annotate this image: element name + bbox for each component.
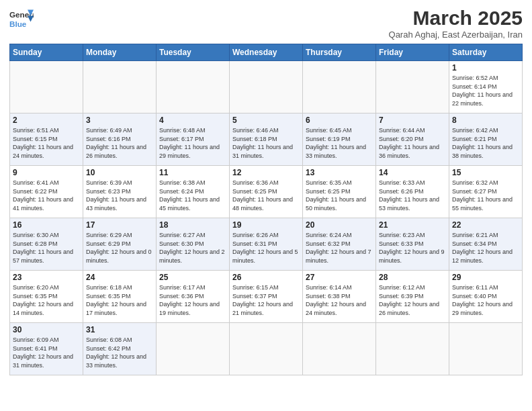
header-tuesday: Tuesday: [157, 44, 230, 61]
day-info: Sunrise: 6:33 AM Sunset: 6:26 PM Dayligh…: [379, 179, 446, 212]
calendar-cell: 3Sunrise: 6:49 AM Sunset: 6:16 PM Daylig…: [83, 113, 157, 166]
calendar-cell: [303, 323, 376, 375]
calendar-cell: 23Sunrise: 6:20 AM Sunset: 6:35 PM Dayli…: [10, 271, 83, 323]
calendar-cell: 19Sunrise: 6:26 AM Sunset: 6:31 PM Dayli…: [230, 218, 303, 271]
day-info: Sunrise: 6:27 AM Sunset: 6:30 PM Dayligh…: [159, 231, 226, 265]
logo: General Blue: [9, 7, 34, 31]
logo-icon: General Blue: [9, 7, 34, 31]
day-number: 3: [86, 116, 153, 125]
day-number: 24: [86, 273, 153, 282]
day-number: 31: [86, 325, 153, 334]
calendar-cell: [157, 61, 230, 113]
header-friday: Friday: [376, 44, 449, 61]
day-number: 22: [452, 220, 519, 230]
calendar-cell: 12Sunrise: 6:36 AM Sunset: 6:25 PM Dayli…: [230, 166, 303, 218]
calendar-cell: 25Sunrise: 6:17 AM Sunset: 6:36 PM Dayli…: [157, 271, 230, 323]
day-info: Sunrise: 6:20 AM Sunset: 6:35 PM Dayligh…: [13, 283, 80, 317]
calendar-cell: 26Sunrise: 6:15 AM Sunset: 6:37 PM Dayli…: [230, 271, 303, 323]
day-info: Sunrise: 6:44 AM Sunset: 6:20 PM Dayligh…: [379, 126, 446, 160]
day-info: Sunrise: 6:08 AM Sunset: 6:42 PM Dayligh…: [86, 336, 153, 369]
day-number: 26: [232, 273, 300, 282]
day-info: Sunrise: 6:24 AM Sunset: 6:32 PM Dayligh…: [306, 231, 373, 265]
calendar-week-row: 9Sunrise: 6:41 AM Sunset: 6:22 PM Daylig…: [10, 166, 523, 218]
calendar-cell: 14Sunrise: 6:33 AM Sunset: 6:26 PM Dayli…: [376, 166, 449, 218]
day-number: 11: [159, 168, 226, 177]
calendar: Sunday Monday Tuesday Wednesday Thursday…: [9, 44, 523, 375]
day-info: Sunrise: 6:38 AM Sunset: 6:24 PM Dayligh…: [159, 179, 226, 212]
calendar-cell: 10Sunrise: 6:39 AM Sunset: 6:23 PM Dayli…: [83, 166, 157, 218]
calendar-cell: 21Sunrise: 6:23 AM Sunset: 6:33 PM Dayli…: [376, 218, 449, 271]
calendar-cell: 17Sunrise: 6:29 AM Sunset: 6:29 PM Dayli…: [83, 218, 157, 271]
calendar-cell: 28Sunrise: 6:12 AM Sunset: 6:39 PM Dayli…: [376, 271, 449, 323]
day-info: Sunrise: 6:45 AM Sunset: 6:19 PM Dayligh…: [306, 126, 373, 160]
calendar-cell: 27Sunrise: 6:14 AM Sunset: 6:38 PM Dayli…: [303, 271, 376, 323]
title-section: March 2025 Qarah Aghaj, East Azerbaijan,…: [389, 7, 523, 40]
day-info: Sunrise: 6:17 AM Sunset: 6:36 PM Dayligh…: [159, 283, 226, 317]
calendar-cell: [230, 61, 303, 113]
page: General Blue March 2025 Qarah Aghaj, Eas…: [0, 0, 532, 411]
calendar-cell: [10, 61, 83, 113]
day-number: 20: [306, 220, 373, 230]
day-number: 7: [379, 116, 446, 125]
day-number: 10: [86, 168, 153, 177]
calendar-cell: 1Sunrise: 6:52 AM Sunset: 6:14 PM Daylig…: [449, 61, 523, 113]
day-info: Sunrise: 6:09 AM Sunset: 6:41 PM Dayligh…: [13, 336, 80, 369]
calendar-cell: 11Sunrise: 6:38 AM Sunset: 6:24 PM Dayli…: [157, 166, 230, 218]
calendar-cell: [449, 323, 523, 375]
header-thursday: Thursday: [303, 44, 376, 61]
day-number: 4: [159, 116, 226, 125]
calendar-cell: [303, 61, 376, 113]
calendar-cell: 6Sunrise: 6:45 AM Sunset: 6:19 PM Daylig…: [303, 113, 376, 166]
calendar-week-row: 30Sunrise: 6:09 AM Sunset: 6:41 PM Dayli…: [10, 323, 523, 375]
calendar-cell: 2Sunrise: 6:51 AM Sunset: 6:15 PM Daylig…: [10, 113, 83, 166]
calendar-cell: [157, 323, 230, 375]
day-number: 29: [452, 273, 519, 282]
calendar-week-row: 23Sunrise: 6:20 AM Sunset: 6:35 PM Dayli…: [10, 271, 523, 323]
calendar-cell: 4Sunrise: 6:48 AM Sunset: 6:17 PM Daylig…: [157, 113, 230, 166]
day-info: Sunrise: 6:15 AM Sunset: 6:37 PM Dayligh…: [232, 283, 300, 317]
day-info: Sunrise: 6:11 AM Sunset: 6:40 PM Dayligh…: [452, 283, 519, 317]
day-info: Sunrise: 6:52 AM Sunset: 6:14 PM Dayligh…: [452, 74, 519, 107]
calendar-cell: [83, 61, 157, 113]
calendar-cell: 13Sunrise: 6:35 AM Sunset: 6:25 PM Dayli…: [303, 166, 376, 218]
day-info: Sunrise: 6:41 AM Sunset: 6:22 PM Dayligh…: [13, 179, 80, 212]
calendar-cell: 18Sunrise: 6:27 AM Sunset: 6:30 PM Dayli…: [157, 218, 230, 271]
header-saturday: Saturday: [449, 44, 523, 61]
header-monday: Monday: [83, 44, 157, 61]
calendar-week-row: 2Sunrise: 6:51 AM Sunset: 6:15 PM Daylig…: [10, 113, 523, 166]
day-number: 16: [13, 220, 80, 230]
day-info: Sunrise: 6:30 AM Sunset: 6:28 PM Dayligh…: [13, 231, 80, 265]
day-number: 30: [13, 325, 80, 334]
day-info: Sunrise: 6:21 AM Sunset: 6:34 PM Dayligh…: [452, 231, 519, 265]
day-info: Sunrise: 6:51 AM Sunset: 6:15 PM Dayligh…: [13, 126, 80, 160]
day-info: Sunrise: 6:48 AM Sunset: 6:17 PM Dayligh…: [159, 126, 226, 160]
calendar-cell: [376, 323, 449, 375]
header-sunday: Sunday: [10, 44, 83, 61]
header: General Blue March 2025 Qarah Aghaj, Eas…: [9, 7, 523, 40]
day-number: 21: [379, 220, 446, 230]
calendar-cell: [230, 323, 303, 375]
day-number: 1: [452, 63, 519, 73]
day-info: Sunrise: 6:32 AM Sunset: 6:27 PM Dayligh…: [452, 179, 519, 212]
calendar-cell: 29Sunrise: 6:11 AM Sunset: 6:40 PM Dayli…: [449, 271, 523, 323]
day-info: Sunrise: 6:23 AM Sunset: 6:33 PM Dayligh…: [379, 231, 446, 265]
calendar-cell: 5Sunrise: 6:46 AM Sunset: 6:18 PM Daylig…: [230, 113, 303, 166]
svg-text:Blue: Blue: [9, 19, 27, 28]
day-number: 5: [232, 116, 300, 125]
day-info: Sunrise: 6:39 AM Sunset: 6:23 PM Dayligh…: [86, 179, 153, 212]
day-number: 13: [306, 168, 373, 177]
day-number: 18: [159, 220, 226, 230]
day-number: 6: [306, 116, 373, 125]
calendar-week-row: 16Sunrise: 6:30 AM Sunset: 6:28 PM Dayli…: [10, 218, 523, 271]
day-number: 28: [379, 273, 446, 282]
calendar-cell: [376, 61, 449, 113]
day-number: 12: [232, 168, 300, 177]
day-info: Sunrise: 6:12 AM Sunset: 6:39 PM Dayligh…: [379, 283, 446, 317]
day-number: 14: [379, 168, 446, 177]
day-number: 9: [13, 168, 80, 177]
weekday-header-row: Sunday Monday Tuesday Wednesday Thursday…: [10, 44, 523, 61]
calendar-cell: 15Sunrise: 6:32 AM Sunset: 6:27 PM Dayli…: [449, 166, 523, 218]
calendar-cell: 7Sunrise: 6:44 AM Sunset: 6:20 PM Daylig…: [376, 113, 449, 166]
day-number: 8: [452, 116, 519, 125]
day-info: Sunrise: 6:49 AM Sunset: 6:16 PM Dayligh…: [86, 126, 153, 160]
